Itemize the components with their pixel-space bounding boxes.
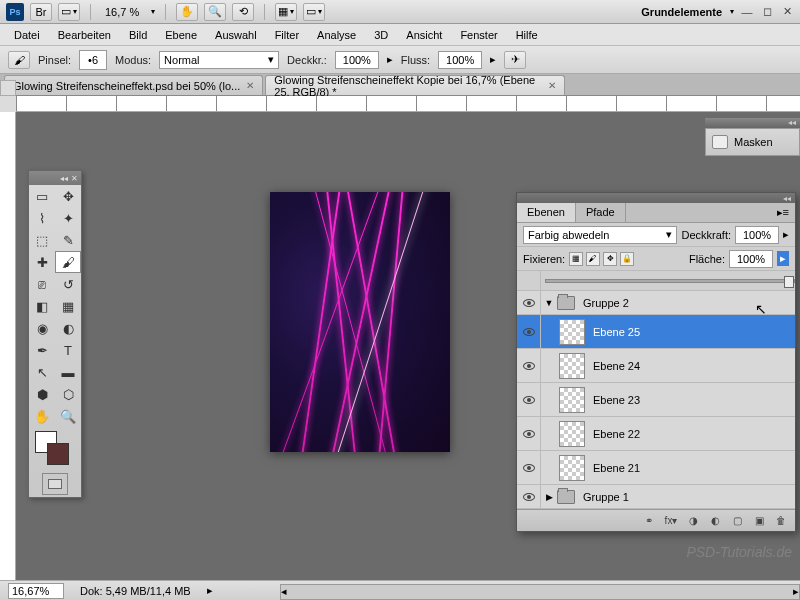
ruler-horizontal[interactable] [16, 96, 800, 112]
layer-effects-icon[interactable]: fx▾ [661, 513, 681, 529]
panel-drag-handle[interactable]: ◂◂ [517, 193, 795, 203]
arrange-docs-button[interactable]: ▦▾ [275, 3, 297, 21]
zoom-percentage[interactable]: 16,7 % [101, 6, 143, 18]
layer-group-row[interactable]: ▼ Gruppe 2 [517, 291, 795, 315]
fill-slider[interactable] [545, 279, 795, 283]
brush-tool[interactable]: 🖌 [55, 251, 81, 273]
tab-ebenen[interactable]: Ebenen [517, 203, 576, 222]
layer-mask-icon[interactable]: ◑ [683, 513, 703, 529]
minimize-button[interactable]: — [740, 5, 754, 19]
blend-mode-select[interactable]: Normal▾ [159, 51, 279, 69]
lock-all-icon[interactable]: 🔒 [620, 252, 634, 266]
eyedropper-tool[interactable]: ✎ [55, 229, 81, 251]
menu-analyse[interactable]: Analyse [309, 26, 364, 44]
quickmask-toggle[interactable] [42, 473, 68, 495]
lock-pixels-icon[interactable]: 🖌 [586, 252, 600, 266]
layer-thumbnail[interactable] [559, 421, 585, 447]
menu-auswahl[interactable]: Auswahl [207, 26, 265, 44]
link-layers-icon[interactable]: ⚭ [639, 513, 659, 529]
lasso-tool[interactable]: ⌇ [29, 207, 55, 229]
maximize-button[interactable]: ◻ [760, 5, 774, 19]
ruler-vertical[interactable] [0, 112, 16, 582]
background-color[interactable] [47, 443, 69, 465]
scrollbar-horizontal[interactable]: ◂▸ [280, 584, 800, 600]
layer-row[interactable]: Ebene 25 [517, 315, 795, 349]
panel-menu-icon[interactable]: ▸≡ [771, 203, 795, 222]
menu-filter[interactable]: Filter [267, 26, 307, 44]
eraser-tool[interactable]: ◧ [29, 295, 55, 317]
expand-icon[interactable]: ▼ [541, 298, 557, 308]
type-tool[interactable]: T [55, 339, 81, 361]
path-tool[interactable]: ↖ [29, 361, 55, 383]
layer-opacity-input[interactable]: 100% [735, 226, 779, 244]
airbrush-icon[interactable]: ✈ [504, 51, 526, 69]
visibility-icon[interactable] [523, 362, 535, 370]
lock-transparency-icon[interactable]: ▦ [569, 252, 583, 266]
heal-tool[interactable]: ✚ [29, 251, 55, 273]
zoom-tool-icon[interactable]: 🔍 [204, 3, 226, 21]
layer-blend-mode-select[interactable]: Farbig abwedeln▾ [523, 226, 677, 244]
layer-thumbnail[interactable] [559, 387, 585, 413]
screenmode-button[interactable]: ▭▾ [303, 3, 325, 21]
flow-input[interactable]: 100% [438, 51, 482, 69]
visibility-icon[interactable] [523, 464, 535, 472]
bridge-button[interactable]: Br [30, 3, 52, 21]
move-tool[interactable]: ✥ [55, 185, 81, 207]
zoom-status-input[interactable]: 16,67% [8, 583, 64, 599]
close-icon[interactable]: ✕ [246, 80, 254, 91]
viewmode-button[interactable]: ▭▾ [58, 3, 80, 21]
marquee-tool[interactable]: ▭ [29, 185, 55, 207]
panel-drag-handle[interactable]: ◂◂ [705, 118, 800, 128]
menu-ansicht[interactable]: Ansicht [398, 26, 450, 44]
menu-hilfe[interactable]: Hilfe [508, 26, 546, 44]
layer-group-row[interactable]: ▶ Gruppe 1 [517, 485, 795, 509]
masken-panel-tab[interactable]: Masken [705, 128, 800, 156]
pen-tool[interactable]: ✒ [29, 339, 55, 361]
lock-position-icon[interactable]: ✥ [603, 252, 617, 266]
document-tab[interactable]: Glowing Streifenscheineffekt.psd bei 50%… [4, 75, 263, 95]
color-swatches[interactable] [29, 427, 81, 471]
opacity-input[interactable]: 100% [335, 51, 379, 69]
menu-fenster[interactable]: Fenster [452, 26, 505, 44]
document-tab[interactable]: Glowing Streifenscheineffekt Kopie bei 1… [265, 75, 565, 95]
visibility-icon[interactable] [523, 430, 535, 438]
dodge-tool[interactable]: ◐ [55, 317, 81, 339]
layer-thumbnail[interactable] [559, 455, 585, 481]
blur-tool[interactable]: ◉ [29, 317, 55, 339]
brush-tool-icon[interactable]: 🖌 [8, 51, 30, 69]
adjustment-layer-icon[interactable]: ◐ [705, 513, 725, 529]
shape-tool[interactable]: ▬ [55, 361, 81, 383]
visibility-icon[interactable] [523, 493, 535, 501]
wand-tool[interactable]: ✦ [55, 207, 81, 229]
layer-row[interactable]: Ebene 22 [517, 417, 795, 451]
3d-tool[interactable]: ⬢ [29, 383, 55, 405]
new-group-icon[interactable]: ▢ [727, 513, 747, 529]
delete-layer-icon[interactable]: 🗑 [771, 513, 791, 529]
brush-preset-picker[interactable]: •6 [79, 50, 107, 70]
zoom-tool[interactable]: 🔍 [55, 405, 81, 427]
menu-ebene[interactable]: Ebene [157, 26, 205, 44]
visibility-icon[interactable] [523, 299, 535, 307]
menu-bearbeiten[interactable]: Bearbeiten [50, 26, 119, 44]
workspace-selector[interactable]: Grundelemente [641, 6, 722, 18]
visibility-icon[interactable] [523, 396, 535, 404]
layer-thumbnail[interactable] [559, 319, 585, 345]
gradient-tool[interactable]: ▦ [55, 295, 81, 317]
stamp-tool[interactable]: ⎚ [29, 273, 55, 295]
tab-pfade[interactable]: Pfade [576, 203, 626, 222]
document-canvas[interactable] [270, 192, 450, 452]
hand-tool[interactable]: ✋ [29, 405, 55, 427]
layer-fill-input[interactable]: 100% [729, 250, 773, 268]
crop-tool[interactable]: ⬚ [29, 229, 55, 251]
panel-drag-handle[interactable]: ◂◂✕ [29, 171, 81, 185]
layer-thumbnail[interactable] [559, 353, 585, 379]
menu-datei[interactable]: Datei [6, 26, 48, 44]
history-brush-tool[interactable]: ↺ [55, 273, 81, 295]
layer-row[interactable]: Ebene 21 [517, 451, 795, 485]
visibility-icon[interactable] [523, 328, 535, 336]
menu-3d[interactable]: 3D [366, 26, 396, 44]
expand-icon[interactable]: ▶ [541, 492, 557, 502]
hand-tool-icon[interactable]: ✋ [176, 3, 198, 21]
new-layer-icon[interactable]: ▣ [749, 513, 769, 529]
close-icon[interactable]: ✕ [548, 80, 556, 91]
